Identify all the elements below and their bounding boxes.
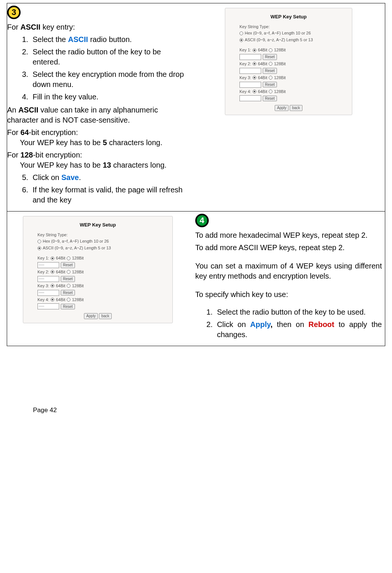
text-bold: 13 xyxy=(103,161,111,169)
text-bold: 5 xyxy=(103,138,107,147)
page-number: Page 42 xyxy=(7,406,385,415)
text: Hex (0~9, a~f, A~F) Length 10 or 26 xyxy=(245,30,311,36)
reset-button-icon: Reset xyxy=(61,262,75,268)
text-input-icon: ----- xyxy=(37,262,59,268)
text-link: ASCII xyxy=(68,35,88,44)
text: Key 2: xyxy=(239,61,251,67)
sshot-key-row: Key 4:64Bit128Bit xyxy=(239,89,348,94)
sshot-input-row: Reset xyxy=(239,82,348,88)
sshot-option-ascii: ASCII (0~9, a~z, A~Z) Length 5 or 13 xyxy=(37,245,169,251)
radio-icon xyxy=(37,246,41,250)
sshot-option-ascii: ASCII (0~9, a~z, A~Z) Length 5 or 13 xyxy=(239,37,348,43)
text: Key 2: xyxy=(37,269,49,275)
sshot-input-row: -----Reset xyxy=(37,290,169,296)
sshot-key-row: Key 1:64Bit128Bit xyxy=(239,47,348,53)
text: ASCII (0~9, a~z, A~Z) Length 5 or 13 xyxy=(43,245,111,251)
sshot-input-row: -----Reset xyxy=(37,276,169,282)
reset-button-icon: Reset xyxy=(263,82,277,88)
text: Click on xyxy=(33,173,61,182)
apply-button-icon: Apply xyxy=(84,313,98,319)
list-item: Select the radio button of the key to be… xyxy=(30,47,189,67)
wep-screenshot-ascii: WEP Key Setup Key String Type: Hex (0~9,… xyxy=(23,216,173,323)
text: then on xyxy=(277,320,308,328)
radio-icon xyxy=(253,90,256,93)
enc128-body: Your WEP key has to be 13 characters lon… xyxy=(7,160,189,170)
text: 128Bit xyxy=(72,297,84,303)
text: 64Bit xyxy=(56,269,65,275)
text: radio button. xyxy=(88,35,132,44)
wep-screenshot-hex: WEP Key Setup Key String Type: Hex (0~9,… xyxy=(225,8,352,115)
step4-image-cell: WEP Key Setup Key String Type: Hex (0~9,… xyxy=(7,212,192,346)
reset-button-icon: Reset xyxy=(263,96,277,102)
text: 128Bit xyxy=(274,75,286,81)
text: 64Bit xyxy=(258,89,267,94)
text: 64Bit xyxy=(258,47,267,53)
text: -bit encryption: xyxy=(29,128,78,136)
reset-button-icon: Reset xyxy=(61,290,75,296)
apply-button-icon: Apply xyxy=(275,105,289,111)
text-bold: ASCII xyxy=(18,106,38,114)
text: Your WEP key has to be xyxy=(20,161,103,169)
text: key entry: xyxy=(40,23,75,31)
row-step-4: WEP Key Setup Key String Type: Hex (0~9,… xyxy=(7,212,385,346)
radio-icon xyxy=(67,270,70,274)
list-item: Select the key encryption mode from the … xyxy=(30,69,189,90)
sshot-key-row: Key 3:64Bit128Bit xyxy=(239,75,348,81)
radio-icon xyxy=(269,76,272,80)
sshot-label: Key String Type: xyxy=(239,24,348,30)
text-bold: 128 xyxy=(21,151,33,159)
sshot-option-hex: Hex (0~9, a~f, A~F) Length 10 or 26 xyxy=(37,238,169,244)
text: 128Bit xyxy=(72,269,84,275)
ascii-note: An ASCII value can take in any alphanume… xyxy=(7,105,189,125)
text: 128Bit xyxy=(72,255,84,261)
row-step-3: 3 For ASCII key entry: Select the ASCII … xyxy=(7,3,385,212)
list-item: Select the radio button of the key to be… xyxy=(215,307,382,317)
text: characters long. xyxy=(111,161,167,169)
list-item: Select the ASCII radio button. xyxy=(30,34,189,45)
radio-icon xyxy=(269,90,272,93)
step4-list: Select the radio button of the key to be… xyxy=(195,307,382,340)
step3-image-cell: WEP Key Setup Key String Type: Hex (0~9,… xyxy=(192,3,385,211)
text-bold: 64 xyxy=(21,128,29,136)
text: characters long. xyxy=(107,138,162,147)
text: For xyxy=(7,151,21,159)
text-input-icon xyxy=(239,95,261,101)
radio-icon xyxy=(269,48,272,52)
text: 128Bit xyxy=(72,283,84,289)
text-input-icon xyxy=(239,54,261,60)
step4-p4: To specify which key to use: xyxy=(195,290,382,300)
sshot-input-row: -----Reset xyxy=(37,303,169,309)
text: ASCII (0~9, a~z, A~Z) Length 5 or 13 xyxy=(245,37,313,43)
radio-icon xyxy=(253,76,256,80)
radio-icon xyxy=(67,284,70,288)
text: . xyxy=(79,173,81,182)
list-item: Click on Save. xyxy=(30,172,189,183)
step3-intro: For ASCII key entry: xyxy=(7,22,189,32)
text-input-icon: ----- xyxy=(37,303,59,309)
text-input-icon xyxy=(239,82,261,88)
step3-list-a: Select the ASCII radio button. Select th… xyxy=(7,34,189,102)
text-link: Apply xyxy=(250,320,271,328)
sshot-key-row: Key 2:64Bit128Bit xyxy=(239,61,348,67)
back-button-icon: back xyxy=(290,105,302,111)
list-item: Click on Apply, then on Reboot to apply … xyxy=(215,320,382,340)
text: Key 4: xyxy=(239,89,251,94)
enc64-head: For 64-bit encryption: xyxy=(7,128,189,138)
step-badge-3: 3 xyxy=(7,6,21,19)
step-badge-4: 4 xyxy=(195,214,209,227)
text-input-icon xyxy=(239,68,261,74)
step3-text-cell: 3 For ASCII key entry: Select the ASCII … xyxy=(7,3,192,211)
sshot-key-row: Key 1:64Bit128Bit xyxy=(37,255,169,261)
text: Key 4: xyxy=(37,297,49,303)
text: Key 1: xyxy=(239,47,251,53)
sshot-input-row: Reset xyxy=(239,95,348,101)
text: 128Bit xyxy=(274,89,286,94)
reset-button-icon: Reset xyxy=(263,68,277,74)
step4-text-cell: 4 To add more hexadecimal WEP keys, repe… xyxy=(192,212,385,346)
radio-icon xyxy=(253,62,256,66)
sshot-input-row: Reset xyxy=(239,54,348,60)
content-table: 3 For ASCII key entry: Select the ASCII … xyxy=(7,3,385,346)
list-item: If the key format is valid, the page wil… xyxy=(30,185,189,205)
text: Hex (0~9, a~f, A~F) Length 10 or 26 xyxy=(43,238,109,244)
text: Click on xyxy=(217,320,250,328)
